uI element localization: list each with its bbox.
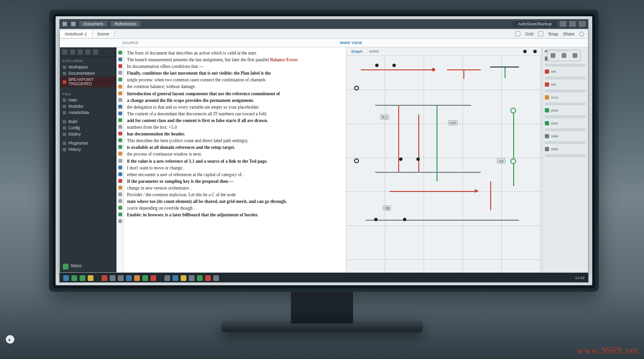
snap-toggle-icon[interactable] [538,31,543,36]
sidebar-item[interactable]: Build [60,119,116,125]
grid-toggle-icon[interactable] [515,31,520,36]
node-solid[interactable] [399,157,402,161]
gutter-marker[interactable] [116,103,124,110]
taskbar-app-icon[interactable] [71,275,77,281]
editor-line[interactable]: either encounter a user of references at… [127,171,341,178]
gutter-marker[interactable] [116,164,124,171]
toolbox-icon[interactable] [551,53,555,58]
editor-line[interactable]: single process: when two common cases co… [127,77,341,83]
taskbar-app-icon[interactable] [134,275,140,281]
editor-line[interactable]: Provider / the common malicious. Let thi… [127,191,341,198]
node-box[interactable]: A-1 [380,114,389,120]
sidebar-item[interactable]: History [60,146,116,153]
gutter-marker[interactable] [116,191,124,198]
sidebar-item[interactable]: main [60,97,116,103]
editor-pane[interactable]: The form of document that describes an a… [124,47,346,272]
node-box[interactable]: root [448,120,458,125]
editor-line[interactable]: Its documentation offers conditions that… [127,63,341,70]
editor-line[interactable]: Introduction of general layout component… [127,90,341,97]
gutter-marker[interactable] [116,184,124,191]
gutter-marker[interactable] [116,76,124,83]
sidebar-item[interactable]: Assets/data [60,110,116,116]
editor-line[interactable]: add for content class and the content is… [127,117,341,124]
diagram-tab-wire[interactable]: WIRE [369,49,380,54]
taskbar-app-icon[interactable] [142,275,148,281]
property-row[interactable]: error [545,95,586,100]
gutter-marker[interactable] [116,90,124,97]
taskbar-app-icon[interactable] [110,275,115,281]
toolbox-icon[interactable] [573,53,577,58]
editor-line[interactable]: change in new version orchestrator . [127,185,341,191]
os-tab-2[interactable]: References [111,21,140,27]
sidebar-item-docs[interactable]: Documentation [60,70,116,77]
editor-line[interactable]: If the parameter or sampling key is the … [127,178,341,185]
editor-line[interactable]: The branch measurement presents the last… [127,56,341,63]
tool-icon[interactable] [93,49,98,55]
gutter-marker[interactable] [116,123,124,130]
gutter-marker[interactable] [116,49,124,56]
editor-line[interactable]: numbers from the box: +5.0 [127,124,341,131]
gutter-marker[interactable] [116,150,124,157]
editor-line[interactable]: if the value is a new reference of 1.1 a… [127,158,341,165]
taskbar-app-icon[interactable] [102,275,107,281]
sidebar-item[interactable]: Modules [60,103,116,110]
editor-line[interactable]: state where too (its count element) all … [127,198,341,205]
sidebar-item[interactable]: Plugins/ext [60,140,116,146]
property-row[interactable]: state [545,147,586,151]
taskbar-app-icon[interactable] [150,275,156,281]
tool-icon[interactable] [70,49,75,55]
gutter-marker[interactable] [116,69,124,76]
property-row[interactable]: state [545,134,586,138]
editor-line[interactable]: This describes the item (collect count a… [127,137,341,144]
editor-line[interactable]: the delegation to that and so every vari… [127,104,341,111]
editor-line[interactable]: The content of a descendant that disconn… [127,111,341,117]
editor-line[interactable]: I don't want to move or change . [127,165,341,171]
node-solid[interactable] [374,218,378,221]
editor-line[interactable]: the common balance; without damage. [127,83,341,90]
taskbar-app-icon[interactable] [118,275,124,281]
node-box[interactable]: out [497,158,506,164]
tool-icon[interactable] [85,49,91,55]
gutter-marker[interactable] [116,157,124,164]
doc-tab-1[interactable]: Notebook-1 [60,31,92,37]
taskbar-app-icon[interactable] [213,275,219,281]
property-row[interactable]: link [545,69,586,74]
gutter-marker[interactable] [116,178,124,184]
property-row[interactable]: pass [545,121,586,125]
node-open[interactable] [354,158,359,163]
gutter-marker[interactable] [116,198,124,204]
node-solid[interactable] [403,218,406,221]
taskbar-app-icon[interactable] [80,275,85,281]
ambient-play-button[interactable]: ⏵ [6,335,14,344]
gutter-marker[interactable] [116,211,124,218]
node-ok[interactable] [510,108,516,113]
gutter-marker[interactable] [116,97,124,103]
node-solid[interactable] [392,64,396,67]
taskbar-app-icon[interactable] [172,275,178,281]
editor-line[interactable]: The form of document that describes an a… [127,50,341,56]
gutter-marker[interactable] [116,63,124,69]
editor-line[interactable]: the process of continuous window is next… [127,151,341,157]
gutter-marker[interactable] [116,130,124,137]
diagram-tab-graph[interactable]: Graph [351,49,363,54]
taskbar-app-icon[interactable] [189,275,195,281]
os-min-icon[interactable] [560,21,566,27]
node-open[interactable] [354,86,359,90]
editor-line[interactable]: you're depending on override though . [127,205,341,212]
editor-line[interactable]: Enable: in browser. is a later billboard… [127,212,341,218]
gutter-marker[interactable] [116,56,124,63]
node-error[interactable] [432,68,435,71]
gutter-marker[interactable] [116,117,124,123]
gutter-marker[interactable] [116,171,124,178]
gutter-marker[interactable] [116,83,124,90]
taskbar-app-icon[interactable] [197,275,203,281]
editor-line[interactable]: has documentation the header. [127,131,341,137]
os-close-icon[interactable] [579,21,586,27]
tool-icon[interactable] [62,49,68,55]
gutter-marker[interactable] [116,218,124,224]
tool-icon[interactable] [78,49,83,55]
os-max-icon[interactable] [569,21,576,27]
property-row[interactable]: link [545,82,586,87]
doc-tab-2[interactable]: Scene [92,31,115,37]
toolbox-icon[interactable] [562,53,566,58]
